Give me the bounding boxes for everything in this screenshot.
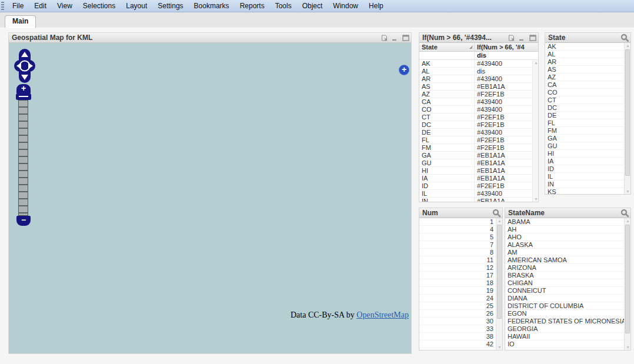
list-item[interactable]: ABAMA: [505, 218, 624, 226]
cell-state[interactable]: AR: [419, 75, 475, 82]
cell-state[interactable]: IL: [419, 190, 475, 197]
cell-expression-value[interactable]: #F2EF1B: [475, 113, 532, 121]
cell-state[interactable]: IN: [419, 198, 475, 202]
list-item[interactable]: 4: [419, 226, 496, 233]
cell-expression-value[interactable]: #439400: [475, 129, 532, 136]
menu-item[interactable]: Bookmarks: [189, 1, 235, 11]
list-item[interactable]: FEDERATED STATES OF MICRONESIA: [505, 318, 624, 325]
minimize-icon[interactable]: [519, 35, 526, 41]
list-item[interactable]: AMERICAN SAMOA: [505, 256, 624, 264]
list-item[interactable]: EGON: [505, 310, 624, 318]
menu-item[interactable]: Tools: [270, 1, 297, 11]
statename-listbox-scrollbar[interactable]: ▲ ▼: [624, 218, 630, 350]
scroll-up-icon[interactable]: ▲: [625, 43, 630, 48]
menu-item[interactable]: Edit: [29, 1, 52, 11]
table-row[interactable]: CO #439400: [419, 106, 532, 113]
list-item[interactable]: IL: [545, 173, 624, 181]
clear-selections-icon[interactable]: [381, 35, 388, 41]
list-item[interactable]: CONNEICUT: [505, 287, 624, 295]
list-item[interactable]: CHIGAN: [505, 279, 624, 287]
table-row[interactable]: GU #EB1A1A: [419, 159, 532, 167]
list-item[interactable]: GU: [545, 142, 624, 150]
zoom-slider-track[interactable]: [18, 100, 28, 216]
scroll-down-icon[interactable]: ▼: [625, 189, 630, 194]
cell-expression-value[interactable]: dis: [475, 68, 532, 75]
zoom-in-button[interactable]: +: [16, 84, 31, 94]
cell-state[interactable]: FL: [419, 136, 475, 143]
cell-state[interactable]: GU: [419, 159, 475, 166]
cell-state[interactable]: AK: [419, 60, 475, 67]
statename-listbox-caption[interactable]: StateName: [505, 208, 630, 218]
scroll-down-icon[interactable]: ▼: [497, 345, 502, 350]
cell-expression-value[interactable]: #EB1A1A: [475, 83, 532, 90]
list-item[interactable]: 30: [419, 318, 496, 325]
table-row[interactable]: CT #F2EF1B: [419, 113, 532, 121]
table-row[interactable]: DC #F2EF1B: [419, 121, 532, 129]
list-item[interactable]: ARIZONA: [505, 264, 624, 272]
state-listbox-scrollbar[interactable]: ▲ ▼: [624, 43, 630, 194]
clear-selections-icon[interactable]: [508, 35, 515, 41]
cell-expression-value[interactable]: #F2EF1B: [475, 136, 532, 143]
cell-expression-value[interactable]: #439400: [475, 190, 532, 197]
cell-expression-value[interactable]: #EB1A1A: [475, 152, 532, 159]
num-listbox-scrollbar[interactable]: ▲ ▼: [496, 218, 502, 350]
list-item[interactable]: DC: [545, 104, 624, 112]
list-item[interactable]: AS: [545, 66, 624, 74]
cell-state[interactable]: CO: [419, 106, 475, 113]
list-item[interactable]: 24: [419, 295, 496, 302]
search-icon[interactable]: [492, 209, 500, 217]
column-header-expression[interactable]: If(Num > 66, '#4: [475, 43, 538, 51]
scroll-up-icon[interactable]: ▲: [625, 218, 630, 223]
cell-expression-value[interactable]: #F2EF1B: [475, 182, 532, 189]
scroll-down-icon[interactable]: ▼: [625, 345, 630, 350]
list-item[interactable]: GA: [545, 135, 624, 142]
list-item[interactable]: FM: [545, 127, 624, 135]
cell-state[interactable]: CA: [419, 98, 475, 105]
toolbar-grip-handle[interactable]: [1, 2, 4, 11]
list-item[interactable]: 33: [419, 325, 496, 333]
cell-state[interactable]: DC: [419, 121, 475, 128]
list-item[interactable]: 18: [419, 279, 496, 287]
maximize-icon[interactable]: [402, 35, 409, 41]
list-item[interactable]: AH: [505, 226, 624, 233]
cell-expression-value[interactable]: #EB1A1A: [475, 159, 532, 166]
list-item[interactable]: 7: [419, 241, 496, 249]
list-item[interactable]: AHO: [505, 233, 624, 241]
cell-state[interactable]: HI: [419, 167, 475, 174]
scrollbar-thumb[interactable]: [625, 49, 630, 176]
search-icon[interactable]: [620, 34, 629, 42]
cell-state[interactable]: DE: [419, 129, 475, 136]
table-row[interactable]: IL #439400: [419, 190, 532, 198]
cell-expression-value[interactable]: #EB1A1A: [475, 167, 532, 174]
list-item[interactable]: 42: [419, 340, 496, 348]
table-row[interactable]: IA #EB1A1A: [419, 175, 532, 182]
list-item[interactable]: HI: [545, 150, 624, 158]
cell-expression-value[interactable]: #439400: [475, 75, 532, 82]
table-row[interactable]: GA #EB1A1A: [419, 152, 532, 159]
tab-main[interactable]: Main: [5, 15, 36, 28]
menu-item[interactable]: Object: [297, 1, 328, 11]
scrollbar-thumb[interactable]: [625, 225, 630, 333]
list-item[interactable]: IN: [545, 181, 624, 188]
list-item[interactable]: KS: [545, 188, 624, 194]
list-item[interactable]: 38: [419, 333, 496, 340]
menu-item[interactable]: Window: [328, 1, 363, 11]
cell-expression-value[interactable]: #439400: [475, 106, 532, 113]
search-icon[interactable]: [620, 209, 629, 217]
menu-item[interactable]: Reports: [235, 1, 270, 11]
cell-state[interactable]: IA: [419, 175, 475, 182]
list-item[interactable]: DISTRICT OF COLUMBIA: [505, 302, 624, 310]
cell-state[interactable]: GA: [419, 152, 475, 159]
list-item[interactable]: CO: [545, 89, 624, 96]
cell-expression-value[interactable]: #EB1A1A: [475, 198, 532, 202]
cell-expression-value[interactable]: #F2EF1B: [475, 144, 532, 151]
cell-state[interactable]: AL: [419, 68, 475, 75]
list-item[interactable]: AM: [505, 249, 624, 256]
list-item[interactable]: AR: [545, 58, 624, 66]
scroll-up-icon[interactable]: ▲: [533, 60, 539, 65]
num-listbox-caption[interactable]: Num: [419, 208, 502, 218]
map-pan-compass[interactable]: [14, 49, 36, 83]
table-row[interactable]: AL dis: [419, 68, 532, 75]
cell-expression-value[interactable]: #F2EF1B: [475, 121, 532, 128]
list-item[interactable]: ALASKA: [505, 241, 624, 249]
